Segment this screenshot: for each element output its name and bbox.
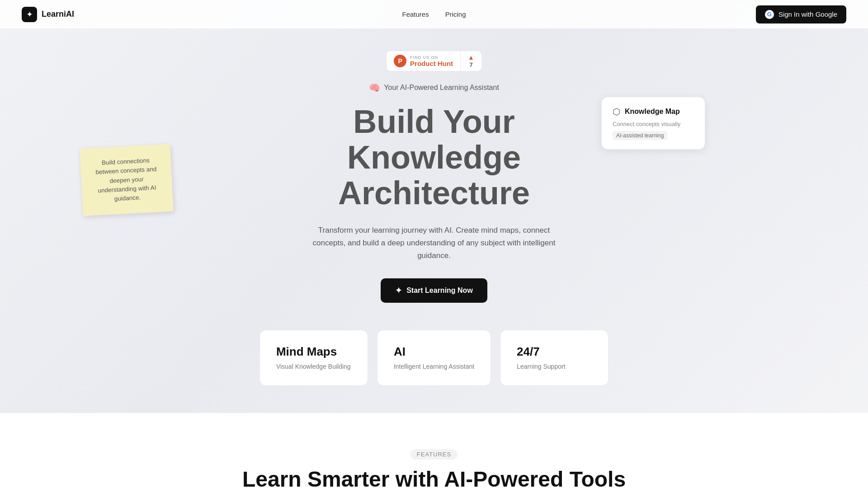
feature-card-247: 24/7 Learning Support [500,330,609,386]
hero-subtitle: 🧠 Your AI-Powered Learning Assistant [369,82,499,93]
feature-card-title-mindmaps: Mind Maps [276,345,351,359]
ph-right: ▲ 7 [461,52,481,71]
km-description: Connect concepts visually [613,121,694,127]
sticky-note-text: Build connections between concepts and d… [95,157,157,202]
hero-section: Build connections between concepts and d… [0,29,868,413]
ph-left: P FIND US ON Product Hunt [387,51,461,71]
nav-link-pricing[interactable]: Pricing [445,10,466,18]
knowledge-map-icon: ⬡ [613,106,620,117]
feature-card-mindmaps: Mind Maps Visual Knowledge Building [259,330,368,386]
feature-card-desc-mindmaps: Visual Knowledge Building [276,362,351,371]
feature-card-desc-ai: Intelligent Learning Assistant [394,362,474,371]
knowledge-map-card: ⬡ Knowledge Map Connect concepts visuall… [601,97,705,150]
ph-count: 7 [469,61,472,68]
feature-card-ai: AI Intelligent Learning Assistant [377,330,491,386]
cta-button[interactable]: ✦ Start Learning Now [381,278,487,303]
ph-text-area: FIND US ON Product Hunt [410,55,453,67]
feature-cards: Mind Maps Visual Knowledge Building AI I… [259,330,609,386]
ph-p-icon: P [394,55,406,67]
hero-heading: Build Your Knowledge Architecture [276,104,592,211]
hero-description: Transform your learning journey with AI.… [307,224,561,262]
km-title: Knowledge Map [625,108,680,116]
km-tag: AI-assisted learning [613,131,667,140]
logo-icon: ✦ [22,7,37,22]
logo-area: ✦ LearniAI [22,7,74,22]
hero-subtitle-text: Your AI-Powered Learning Assistant [384,84,499,92]
google-icon: G [765,10,774,19]
sticky-note: Build connections between concepts and d… [80,144,174,216]
feature-card-desc-247: Learning Support [517,362,592,371]
ph-find-text: FIND US ON [410,55,453,60]
features-label: Features [410,449,458,460]
sign-in-label: Sign In with Google [778,10,837,18]
feature-card-title-ai: AI [394,345,474,359]
cta-label: Start Learning Now [406,286,473,295]
logo-icon-symbol: ✦ [26,9,33,19]
logo-text: LearniAI [42,9,74,19]
navbar: ✦ LearniAI Features Pricing G Sign In wi… [0,0,868,29]
nav-link-features[interactable]: Features [402,10,429,18]
sparkle-icon: ✦ [395,286,402,296]
brain-icon: 🧠 [369,82,380,93]
nav-links: Features Pricing [402,10,466,18]
hero-heading-line1: Build Your Knowledge [347,103,521,175]
feature-card-title-247: 24/7 [517,345,592,359]
hero-heading-line2: Architecture [338,175,530,211]
ph-arrow-icon: ▲ [468,54,474,61]
km-header: ⬡ Knowledge Map [613,106,694,117]
features-heading: Learn Smarter with AI-Powered Tools [242,467,626,488]
product-hunt-badge[interactable]: P FIND US ON Product Hunt ▲ 7 [386,51,482,71]
ph-name: Product Hunt [410,60,453,67]
sign-in-button[interactable]: G Sign In with Google [756,5,846,23]
features-section: Features Learn Smarter with AI-Powered T… [0,413,868,488]
